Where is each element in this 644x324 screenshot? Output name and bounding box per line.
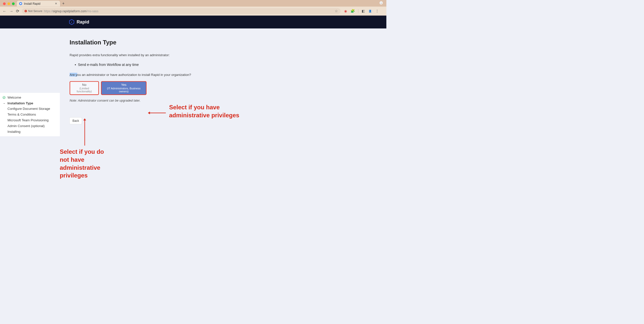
nav-toolbar: ← → ⟳ ! Not Secure https://signup.rapidp…	[0, 7, 386, 16]
tab-favicon-icon	[19, 2, 22, 5]
sidebar-item-configure-storage[interactable]: Configure Document Storage	[0, 106, 60, 112]
bookmark-star-icon[interactable]: ☆	[335, 9, 338, 13]
browser-tab[interactable]: Install Rapid ✕	[17, 1, 60, 7]
option-yes-button[interactable]: Yes (IT Administrators, Business owners)	[101, 81, 146, 95]
sidebar-item-installation-type[interactable]: → Installation Type	[0, 100, 60, 106]
option-yes-sub: (IT Administrators, Business owners)	[104, 87, 144, 93]
sidebar-step-label: Installing	[8, 130, 20, 134]
sidebar-item-admin-consent[interactable]: Admin Consent (optional)	[0, 123, 60, 129]
sidebar-step-label: Welcome	[8, 96, 21, 100]
annotation-arrow-right	[150, 113, 166, 113]
side-panel-icon[interactable]: ◧	[362, 9, 365, 13]
sidebar-item-terms[interactable]: Terms & Conditions	[0, 112, 60, 118]
feature-item: Send e-mails from Workflow at any time	[78, 63, 234, 67]
tab-strip: Install Rapid ✕ + ⌄	[0, 0, 386, 7]
option-no-title: No	[72, 83, 96, 87]
option-yes-title: Yes	[104, 83, 144, 87]
page-title: Installation Type	[70, 39, 234, 46]
sidebar-item-welcome[interactable]: Welcome	[0, 95, 60, 100]
back-icon[interactable]: ←	[3, 9, 7, 14]
brand-name: Rapid	[76, 20, 89, 25]
logo-hex-icon: r	[69, 19, 74, 25]
sidebar-item-installing[interactable]: Installing	[0, 129, 60, 135]
address-bar[interactable]: ! Not Secure https://signup.rapidplatfor…	[22, 8, 341, 14]
annotation-admin-yes: Select if you have administrative privil…	[169, 103, 253, 119]
sidebar-step-label: Configure Document Storage	[8, 107, 50, 111]
kebab-menu-icon[interactable]: ⋮	[376, 9, 379, 13]
tab-title: Install Rapid	[24, 2, 53, 6]
minimize-window-icon[interactable]	[8, 3, 10, 5]
annotation-admin-no: Select if you do not have administrative…	[60, 148, 106, 179]
question-highlight: Are y	[70, 73, 77, 77]
svg-text:r: r	[71, 21, 72, 24]
not-secure-label: Not Secure	[28, 10, 42, 13]
reload-icon[interactable]: ⟳	[16, 9, 19, 14]
page-body: Welcome → Installation Type Configure Do…	[0, 29, 386, 194]
maximize-window-icon[interactable]	[12, 3, 15, 5]
tabs-dropdown-icon[interactable]: ⌄	[380, 1, 383, 5]
sidebar-step-label: Installation Type	[8, 101, 33, 105]
new-tab-button[interactable]: +	[60, 0, 66, 7]
option-no-button[interactable]: No (Limited functionality)	[70, 81, 99, 95]
window-controls	[2, 1, 17, 7]
profile-avatar-icon[interactable]: 👤	[368, 9, 372, 13]
annotation-arrow-down	[84, 120, 85, 146]
intro-text: Rapid provides extra functionality when …	[70, 53, 234, 57]
brand-logo: r Rapid	[69, 19, 89, 25]
sidebar-step-label: Admin Consent (optional)	[8, 124, 45, 128]
feature-list: Send e-mails from Workflow at any time	[78, 63, 234, 67]
not-secure-icon: !	[24, 10, 27, 13]
security-badge[interactable]: ! Not Secure	[24, 10, 42, 13]
sidebar-step-label: Terms & Conditions	[8, 113, 36, 117]
steps-sidebar: Welcome → Installation Type Configure Do…	[0, 93, 60, 136]
forward-icon[interactable]: →	[9, 9, 13, 14]
separator	[358, 9, 358, 13]
extension-icon[interactable]: ◉	[344, 9, 347, 13]
arrow-right-icon: →	[2, 102, 6, 105]
extensions-puzzle-icon[interactable]: 🧩	[350, 9, 355, 13]
sidebar-item-team-provisioning[interactable]: Microsoft Team Provisioning	[0, 117, 60, 123]
back-button[interactable]: Back	[70, 117, 82, 124]
close-tab-icon[interactable]: ✕	[54, 2, 58, 5]
url-text: https://signup.rapidplatform.com/ms-sass	[44, 10, 98, 13]
sidebar-step-label: Microsoft Team Provisioning	[8, 118, 49, 122]
check-circle-icon	[2, 96, 6, 99]
option-no-sub: (Limited functionality)	[72, 87, 96, 93]
admin-question: Are you an administrator or have authori…	[70, 73, 234, 77]
browser-chrome: Install Rapid ✕ + ⌄ ← → ⟳ ! Not Secure h…	[0, 0, 386, 16]
browser-toolbar-icons: ◉ 🧩 ◧ 👤 ⋮	[343, 9, 379, 13]
app-header: r Rapid	[0, 16, 386, 29]
option-row: No (Limited functionality) Yes (IT Admin…	[70, 81, 234, 95]
upgrade-note: Note: Administrator consent can be upgra…	[70, 99, 234, 102]
close-window-icon[interactable]	[3, 3, 6, 5]
